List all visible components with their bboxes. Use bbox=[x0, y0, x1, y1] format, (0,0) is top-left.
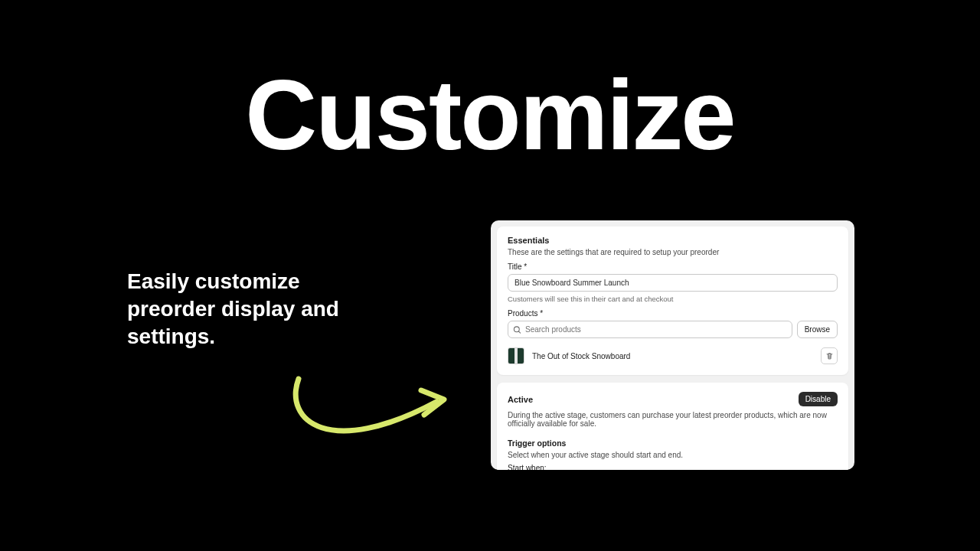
product-thumbnail bbox=[508, 347, 524, 364]
svg-line-1 bbox=[519, 331, 521, 333]
start-when-label: Start when: bbox=[508, 464, 838, 470]
product-row: The Out of Stock Snowboard bbox=[508, 346, 838, 366]
essentials-description: These are the settings that are required… bbox=[508, 248, 838, 256]
products-search-input[interactable] bbox=[508, 321, 792, 338]
essentials-card: Essentials These are the settings that a… bbox=[497, 227, 848, 375]
active-description: During the active stage, customers can p… bbox=[508, 411, 838, 428]
arrow-icon bbox=[260, 367, 459, 467]
trash-icon bbox=[825, 352, 834, 360]
disable-button[interactable]: Disable bbox=[799, 392, 838, 406]
remove-product-button[interactable] bbox=[821, 347, 838, 364]
essentials-heading: Essentials bbox=[508, 236, 838, 245]
search-icon bbox=[513, 325, 521, 334]
active-card: Active Disable During the active stage, … bbox=[497, 383, 848, 470]
title-label: Title * bbox=[508, 262, 838, 271]
title-helper: Customers will see this in their cart an… bbox=[508, 295, 838, 303]
settings-panel: Essentials These are the settings that a… bbox=[491, 220, 854, 470]
product-name: The Out of Stock Snowboard bbox=[532, 352, 813, 360]
hero-subtitle: Easily customize preorder display and se… bbox=[127, 268, 380, 350]
title-input[interactable] bbox=[508, 274, 838, 292]
browse-button[interactable]: Browse bbox=[797, 321, 838, 338]
hero-title: Customize bbox=[0, 57, 980, 172]
trigger-description: Select when your active stage should sta… bbox=[508, 451, 838, 459]
trigger-heading: Trigger options bbox=[508, 439, 838, 448]
active-heading: Active bbox=[508, 395, 533, 404]
products-label: Products * bbox=[508, 309, 838, 318]
